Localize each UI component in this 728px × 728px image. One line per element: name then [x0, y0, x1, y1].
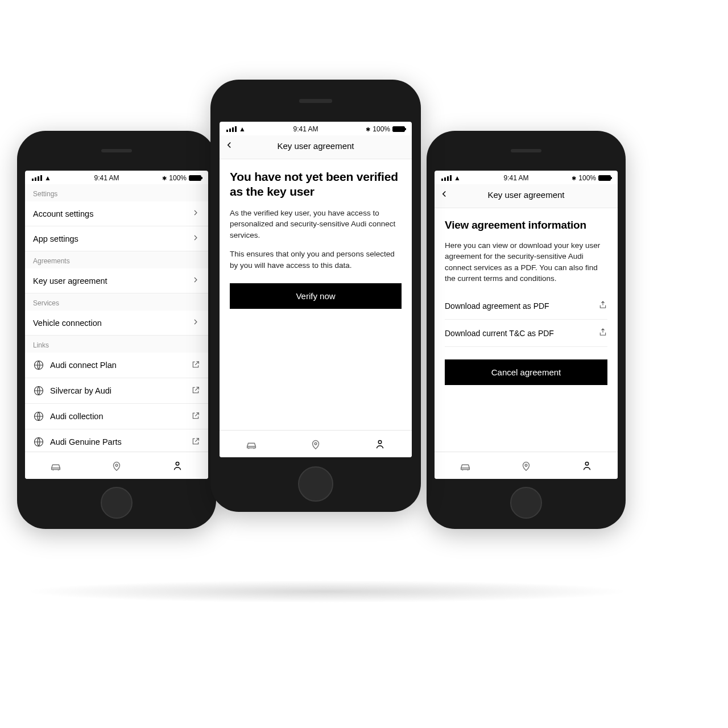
row-link-audi-connect-plan[interactable]: Audi connect Plan	[25, 353, 208, 378]
tab-map[interactable]	[284, 431, 348, 457]
page-heading: You have not yet been verified as the ke…	[230, 169, 402, 200]
battery-icon	[598, 175, 611, 181]
paragraph: This ensures that only you and persons s…	[230, 249, 402, 271]
section-label-agreements: Agreements	[25, 251, 208, 268]
phone-left-settings: ▲ 9:41 AM ✱ 100% Settings Account settin…	[17, 131, 216, 529]
tab-map[interactable]	[495, 452, 556, 479]
statusbar: ▲ 9:41 AM ✱ 100%	[435, 171, 618, 184]
row-label: Key user agreement	[33, 276, 107, 286]
tab-vehicle[interactable]	[220, 431, 284, 457]
tab-profile[interactable]	[147, 452, 208, 479]
paragraph: Here you can view or download your key u…	[445, 240, 607, 284]
row-label: Audi collection	[50, 412, 104, 421]
row-account-settings[interactable]: Account settings	[25, 201, 208, 226]
tab-vehicle[interactable]	[25, 452, 86, 479]
tabbar	[435, 452, 618, 479]
row-label: Download agreement as PDF	[445, 301, 549, 311]
row-vehicle-connection[interactable]: Vehicle connection	[25, 311, 208, 336]
external-link-icon	[191, 411, 200, 422]
svg-point-7	[378, 440, 382, 444]
statusbar-time: 9:41 AM	[504, 174, 529, 182]
row-key-user-agreement[interactable]: Key user agreement	[25, 268, 208, 293]
download-tc-row[interactable]: Download current T&C as PDF	[445, 320, 607, 347]
back-button[interactable]	[224, 140, 238, 154]
verify-now-button[interactable]: Verify now	[230, 283, 402, 309]
nav-title: Key user agreement	[277, 141, 354, 151]
globe-icon	[33, 436, 44, 448]
share-icon	[598, 300, 607, 311]
tab-profile[interactable]	[348, 431, 412, 457]
battery-pct: 100%	[169, 174, 187, 182]
home-button[interactable]	[101, 487, 133, 519]
tabbar	[220, 430, 412, 457]
row-label: Silvercar by Audi	[50, 386, 111, 395]
wifi-icon: ▲	[239, 125, 246, 133]
statusbar-time: 9:41 AM	[94, 174, 119, 182]
bluetooth-icon: ✱	[572, 175, 576, 181]
statusbar: ▲ 9:41 AM ✱ 100%	[220, 122, 412, 135]
nav-title: Key user agreement	[487, 190, 564, 200]
row-label: Vehicle connection	[33, 318, 102, 328]
row-link-silvercar[interactable]: Silvercar by Audi	[25, 378, 208, 404]
nav-header: Key user agreement	[220, 135, 412, 159]
external-link-icon	[191, 386, 200, 396]
back-button[interactable]	[439, 189, 453, 202]
bluetooth-icon: ✱	[162, 175, 167, 181]
svg-point-9	[586, 462, 589, 465]
cellular-icon	[32, 175, 42, 181]
globe-icon	[33, 385, 44, 396]
statusbar-time: 9:41 AM	[293, 125, 318, 133]
external-link-icon	[191, 437, 200, 448]
tab-map[interactable]	[86, 452, 147, 479]
phone-right-agreement-info: ▲ 9:41 AM ✱ 100% Key user agreement View…	[427, 131, 626, 529]
row-label: Audi Genuine Parts	[50, 437, 122, 446]
screen-center: ▲ 9:41 AM ✱ 100% Key user agreement You …	[220, 122, 412, 457]
chevron-right-icon	[191, 233, 200, 244]
globe-icon	[33, 411, 44, 422]
row-label: App settings	[33, 234, 78, 243]
wifi-icon: ▲	[44, 174, 51, 182]
battery-icon	[392, 126, 405, 132]
svg-point-8	[525, 464, 527, 466]
row-link-audi-collection[interactable]: Audi collection	[25, 404, 208, 429]
home-button[interactable]	[298, 466, 333, 502]
share-icon	[598, 328, 607, 338]
download-agreement-row[interactable]: Download agreement as PDF	[445, 292, 607, 320]
row-link-audi-genuine-parts[interactable]: Audi Genuine Parts	[25, 429, 208, 454]
row-label: Account settings	[33, 209, 93, 218]
chevron-right-icon	[191, 275, 200, 286]
nav-header: Key user agreement	[435, 184, 618, 208]
external-link-icon	[191, 360, 200, 371]
home-button[interactable]	[510, 487, 542, 519]
phone-center-verify: ▲ 9:41 AM ✱ 100% Key user agreement You …	[210, 80, 421, 512]
section-label-settings: Settings	[25, 184, 208, 201]
row-label: Audi connect Plan	[50, 361, 117, 370]
svg-point-5	[176, 462, 180, 465]
row-label: Download current T&C as PDF	[445, 329, 554, 338]
globe-icon	[33, 359, 44, 371]
bluetooth-icon: ✱	[366, 126, 370, 133]
statusbar: ▲ 9:41 AM ✱ 100%	[25, 171, 208, 184]
chevron-right-icon	[191, 208, 200, 219]
screen-left: ▲ 9:41 AM ✱ 100% Settings Account settin…	[25, 171, 208, 479]
cancel-agreement-button[interactable]: Cancel agreement	[445, 359, 607, 385]
battery-icon	[189, 175, 201, 181]
section-label-links: Links	[25, 336, 208, 353]
svg-point-4	[115, 464, 118, 466]
screen-right: ▲ 9:41 AM ✱ 100% Key user agreement View…	[435, 171, 618, 479]
tab-vehicle[interactable]	[435, 452, 495, 479]
row-app-settings[interactable]: App settings	[25, 226, 208, 251]
cellular-icon	[226, 126, 237, 132]
tabbar	[25, 452, 208, 479]
paragraph: As the verified key user, you have acces…	[230, 208, 402, 241]
battery-pct: 100%	[373, 125, 390, 133]
page-heading: View agreement information	[445, 218, 607, 232]
chevron-right-icon	[191, 317, 200, 328]
battery-pct: 100%	[578, 174, 596, 182]
cellular-icon	[441, 175, 452, 181]
svg-point-6	[315, 442, 317, 445]
tab-profile[interactable]	[557, 452, 618, 479]
section-label-services: Services	[25, 293, 208, 311]
wifi-icon: ▲	[454, 174, 461, 182]
